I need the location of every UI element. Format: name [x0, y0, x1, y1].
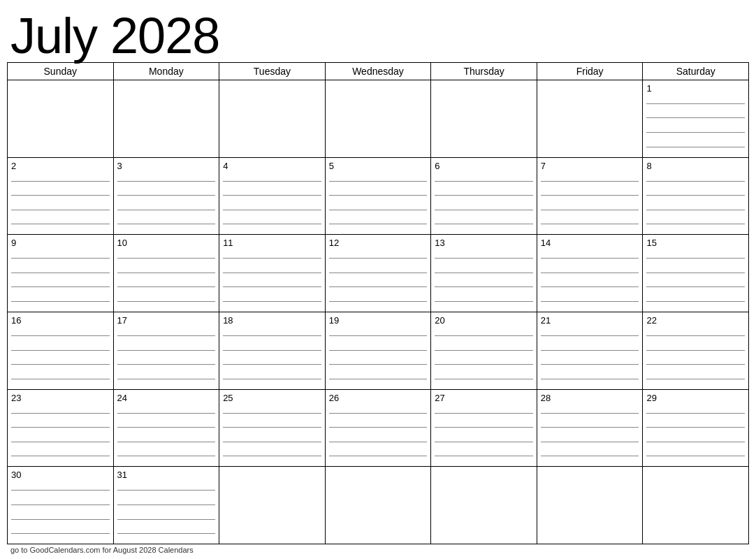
weeks-container: 1234567891011121314151617181920212223242… — [8, 80, 749, 544]
day-number: 28 — [541, 393, 551, 403]
writing-line — [223, 350, 321, 351]
writing-line — [223, 286, 321, 287]
writing-lines — [117, 483, 216, 541]
writing-lines — [646, 406, 745, 464]
writing-lines — [329, 328, 428, 386]
calendar-page: July 2028 SundayMondayTuesdayWednesdayTh… — [0, 0, 756, 559]
day-number: 18 — [223, 315, 233, 326]
writing-line — [329, 258, 428, 259]
writing-line — [646, 147, 745, 147]
writing-line — [646, 379, 745, 379]
writing-line — [223, 224, 321, 224]
writing-lines — [646, 96, 745, 154]
writing-line — [435, 286, 533, 287]
writing-lines — [329, 406, 428, 464]
empty-cell — [219, 80, 326, 157]
day-number: 13 — [435, 238, 444, 248]
day-number: 6 — [435, 161, 439, 171]
month-title: July 2028 — [10, 10, 749, 61]
writing-line — [435, 181, 533, 182]
day-number: 7 — [541, 161, 546, 171]
writing-line — [646, 286, 745, 287]
writing-line — [223, 413, 321, 414]
writing-line — [11, 301, 110, 302]
writing-line — [435, 224, 533, 224]
writing-line — [11, 335, 110, 336]
writing-line — [541, 350, 639, 351]
writing-line — [646, 427, 745, 428]
writing-line — [646, 117, 745, 118]
writing-line — [223, 456, 321, 456]
writing-line — [646, 456, 745, 456]
writing-line — [329, 379, 428, 379]
writing-line — [11, 533, 110, 534]
day-number: 19 — [329, 315, 339, 326]
writing-line — [117, 533, 216, 534]
writing-line — [541, 456, 639, 456]
writing-line — [541, 210, 639, 210]
day-cell-20: 20 — [431, 312, 537, 389]
writing-line — [223, 379, 321, 379]
writing-line — [11, 286, 110, 287]
writing-line — [329, 286, 428, 287]
writing-lines — [541, 251, 639, 309]
writing-line — [11, 379, 110, 379]
writing-line — [11, 224, 110, 224]
day-cell-19: 19 — [326, 312, 432, 389]
day-cell-16: 16 — [8, 312, 114, 389]
day-cell-21: 21 — [537, 312, 644, 389]
writing-line — [646, 364, 745, 365]
writing-line — [11, 519, 110, 520]
writing-line — [117, 519, 216, 520]
writing-lines — [117, 328, 216, 386]
writing-line — [435, 413, 533, 414]
writing-line — [646, 210, 745, 210]
day-number: 10 — [117, 238, 127, 248]
writing-lines — [646, 328, 745, 386]
writing-line — [435, 273, 533, 273]
day-cell-14: 14 — [537, 235, 644, 312]
writing-lines — [541, 174, 639, 232]
writing-line — [541, 181, 639, 182]
writing-line — [117, 504, 216, 505]
day-cell-4: 4 — [219, 158, 326, 235]
week-row-1: 1 — [8, 80, 749, 158]
writing-line — [223, 258, 321, 259]
writing-line — [541, 195, 639, 196]
writing-lines — [223, 406, 321, 464]
writing-line — [223, 195, 321, 196]
writing-line — [435, 195, 533, 196]
writing-line — [117, 301, 216, 302]
writing-lines — [223, 251, 321, 309]
writing-lines — [646, 174, 745, 232]
writing-line — [435, 442, 533, 442]
day-number: 21 — [541, 315, 551, 326]
calendar-grid: SundayMondayTuesdayWednesdayThursdayFrid… — [7, 62, 749, 544]
day-number: 9 — [11, 238, 16, 248]
day-cell-1: 1 — [643, 80, 749, 157]
writing-line — [11, 350, 110, 351]
writing-line — [11, 413, 110, 414]
writing-line — [117, 273, 216, 273]
writing-line — [435, 301, 533, 302]
writing-line — [223, 427, 321, 428]
writing-line — [117, 181, 216, 182]
day-number: 1 — [646, 83, 651, 94]
writing-line — [11, 490, 110, 491]
writing-lines — [223, 174, 321, 232]
writing-line — [329, 350, 428, 351]
writing-line — [117, 195, 216, 196]
writing-line — [223, 273, 321, 273]
day-headers: SundayMondayTuesdayWednesdayThursdayFrid… — [8, 63, 749, 80]
day-cell-18: 18 — [219, 312, 326, 389]
writing-lines — [541, 406, 639, 464]
day-number: 15 — [646, 238, 656, 248]
empty-cell — [326, 467, 432, 544]
writing-line — [223, 181, 321, 182]
writing-line — [11, 427, 110, 428]
writing-line — [435, 258, 533, 259]
day-cell-17: 17 — [114, 312, 220, 389]
writing-line — [646, 273, 745, 273]
day-cell-5: 5 — [326, 158, 432, 235]
writing-line — [329, 273, 428, 273]
